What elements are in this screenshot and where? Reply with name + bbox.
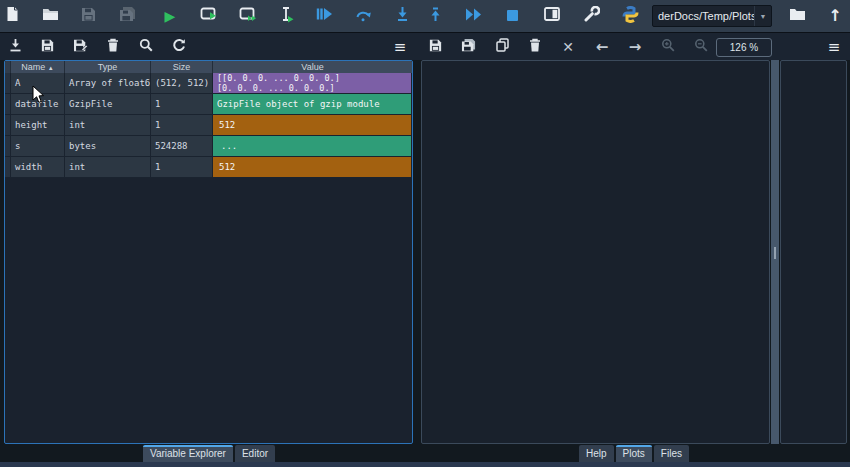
cell-size[interactable]: 1 bbox=[151, 94, 213, 115]
run-selection-icon bbox=[278, 6, 294, 27]
refresh-variables-button[interactable] bbox=[166, 34, 192, 60]
cell-value[interactable]: 512 bbox=[213, 115, 412, 136]
cell-size[interactable]: 1 bbox=[151, 115, 213, 136]
save-plot-icon bbox=[429, 38, 442, 56]
run-selection-button[interactable] bbox=[270, 0, 302, 32]
working-directory-combobox[interactable]: derDocs/Temp/Plots ▼ bbox=[652, 5, 772, 27]
debug-file-button[interactable] bbox=[308, 0, 340, 32]
save-all-plots-button[interactable] bbox=[455, 34, 481, 60]
remove-plot-button[interactable] bbox=[522, 34, 548, 60]
cell-type[interactable]: Array of float64 bbox=[65, 73, 151, 94]
zoom-level-box[interactable]: 126 % bbox=[716, 38, 772, 57]
cell-value[interactable]: ... bbox=[213, 136, 412, 157]
preferences-button[interactable] bbox=[576, 0, 608, 32]
mouse-cursor bbox=[32, 85, 46, 109]
save-button[interactable] bbox=[72, 0, 104, 32]
column-header-value[interactable]: Value bbox=[213, 61, 412, 73]
cell-name[interactable]: s bbox=[11, 136, 65, 157]
remove-all-plots-button[interactable]: ✕ bbox=[555, 34, 581, 60]
cell-type[interactable]: GzipFile bbox=[65, 94, 151, 115]
previous-plot-button[interactable]: ← bbox=[589, 34, 615, 60]
run-icon: ▶ bbox=[165, 9, 176, 23]
save-data-button[interactable] bbox=[34, 34, 60, 60]
column-header-size[interactable]: Size bbox=[151, 61, 213, 73]
save-data-as-button[interactable] bbox=[67, 34, 93, 60]
search-icon bbox=[139, 38, 153, 56]
table-row[interactable]: datafile GzipFile 1 GzipFile object of g… bbox=[5, 94, 412, 115]
cell-type[interactable]: bytes bbox=[65, 136, 151, 157]
cell-name[interactable]: width bbox=[11, 157, 65, 178]
new-file-icon bbox=[5, 6, 20, 26]
right-pane-options-button[interactable]: ≡ bbox=[821, 34, 847, 60]
run-cell-button[interactable] bbox=[193, 0, 225, 32]
table-row[interactable]: s bytes 524288 ... bbox=[5, 136, 412, 157]
step-return-button[interactable] bbox=[419, 0, 451, 32]
zoom-out-button[interactable] bbox=[688, 34, 714, 60]
table-row[interactable]: A Array of float64 (512, 512) [[0. 0. 0.… bbox=[5, 73, 412, 94]
tab-editor[interactable]: Editor bbox=[235, 445, 275, 462]
maximize-pane-button[interactable] bbox=[536, 0, 568, 32]
save-plot-button[interactable] bbox=[422, 34, 448, 60]
run-current-line-button[interactable] bbox=[347, 0, 379, 32]
step-into-button[interactable] bbox=[386, 0, 418, 32]
open-file-button[interactable] bbox=[34, 0, 66, 32]
folder-icon bbox=[789, 7, 806, 25]
column-header-name[interactable]: Name ▲ bbox=[11, 61, 65, 73]
variable-explorer-pane: Name ▲ Type Size Value A Array of float6… bbox=[4, 60, 413, 444]
save-all-icon bbox=[119, 6, 136, 26]
cell-type[interactable]: int bbox=[65, 115, 151, 136]
chevron-down-icon[interactable]: ▼ bbox=[754, 6, 771, 26]
next-plot-button[interactable]: → bbox=[622, 34, 648, 60]
save-data-icon bbox=[41, 38, 54, 56]
cell-value[interactable]: 512 bbox=[213, 157, 412, 178]
tab-files[interactable]: Files bbox=[654, 445, 689, 462]
import-data-icon bbox=[9, 38, 22, 56]
copy-plot-button[interactable] bbox=[489, 34, 515, 60]
save-icon bbox=[81, 7, 96, 26]
search-variable-button[interactable] bbox=[133, 34, 159, 60]
table-row[interactable]: height int 1 512 bbox=[5, 115, 412, 136]
left-pane-options-button[interactable]: ≡ bbox=[387, 34, 413, 60]
cell-size[interactable]: (512, 512) bbox=[151, 73, 213, 94]
browse-directory-button[interactable] bbox=[781, 0, 813, 32]
zoom-in-icon bbox=[661, 38, 675, 56]
up-arrow-icon: ↑ bbox=[828, 8, 841, 24]
table-header-row: Name ▲ Type Size Value bbox=[5, 61, 412, 73]
parent-directory-button[interactable]: ↑ bbox=[819, 0, 850, 32]
continue-execution-button[interactable] bbox=[457, 0, 489, 32]
hamburger-menu-icon: ≡ bbox=[828, 40, 841, 55]
step-into-icon bbox=[395, 6, 410, 26]
cell-size[interactable]: 1 bbox=[151, 157, 213, 178]
cell-size[interactable]: 524288 bbox=[151, 136, 213, 157]
right-arrow-icon: → bbox=[629, 40, 642, 55]
cell-value[interactable]: [[0. 0. 0. ... 0. 0. 0.] [0. 0. 0. ... 0… bbox=[213, 73, 412, 94]
table-row[interactable]: width int 1 512 bbox=[5, 157, 412, 178]
new-file-button[interactable] bbox=[0, 0, 28, 32]
run-cell-advance-button[interactable] bbox=[232, 0, 264, 32]
hamburger-menu-icon: ≡ bbox=[394, 40, 407, 55]
column-header-type[interactable]: Type bbox=[65, 61, 151, 73]
continue-icon bbox=[465, 7, 482, 25]
remove-variable-button[interactable] bbox=[100, 34, 126, 60]
stop-button[interactable] bbox=[496, 0, 528, 32]
open-folder-icon bbox=[42, 7, 59, 25]
run-file-button[interactable]: ▶ bbox=[154, 0, 186, 32]
left-arrow-icon: ← bbox=[596, 40, 609, 55]
variable-table: Name ▲ Type Size Value A Array of float6… bbox=[5, 61, 412, 178]
import-data-button[interactable] bbox=[2, 34, 28, 60]
python-logo-icon bbox=[622, 6, 639, 27]
zoom-out-icon bbox=[694, 38, 708, 56]
cell-value[interactable]: GzipFile object of gzip module bbox=[213, 94, 412, 115]
cell-type[interactable]: int bbox=[65, 157, 151, 178]
stop-icon bbox=[507, 7, 518, 25]
sort-ascending-icon: ▲ bbox=[48, 65, 54, 71]
python-env-button[interactable] bbox=[614, 0, 646, 32]
copy-icon bbox=[496, 38, 509, 56]
save-all-button[interactable] bbox=[111, 0, 143, 32]
cell-name[interactable]: height bbox=[11, 115, 65, 136]
tab-plots[interactable]: Plots bbox=[616, 445, 652, 462]
tab-help[interactable]: Help bbox=[579, 445, 614, 462]
zoom-in-button[interactable] bbox=[655, 34, 681, 60]
tab-variable-explorer[interactable]: Variable Explorer bbox=[143, 445, 233, 462]
plots-splitter[interactable] bbox=[771, 60, 779, 444]
